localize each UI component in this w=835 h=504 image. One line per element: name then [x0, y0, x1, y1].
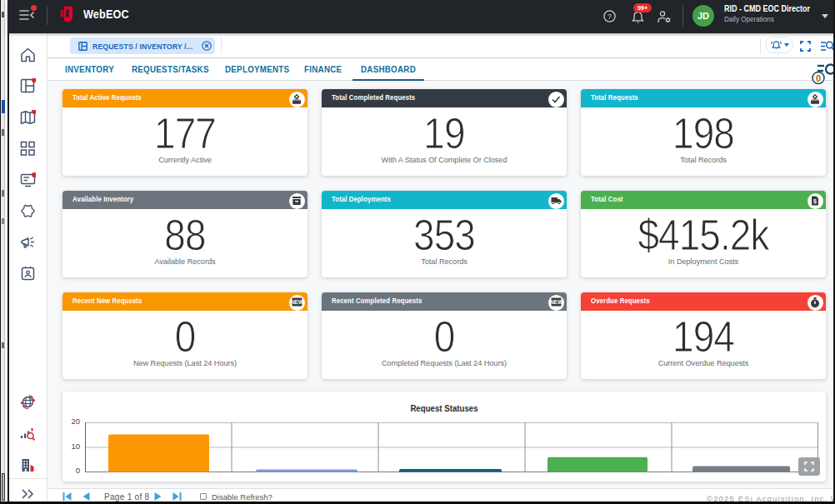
svg-text:$: $ [813, 198, 817, 205]
svg-text:0: 0 [816, 73, 821, 83]
svg-text:NEW: NEW [551, 299, 562, 305]
svg-text:NEW: NEW [292, 299, 302, 305]
svg-text:?: ? [608, 12, 612, 21]
